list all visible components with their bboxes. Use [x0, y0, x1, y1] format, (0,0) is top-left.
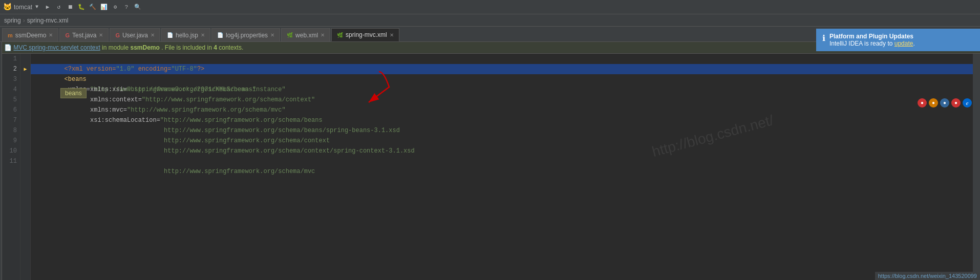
browser-icon-ie[interactable]: e [963, 98, 972, 107]
tab-close-webxml[interactable]: ✕ [321, 32, 325, 38]
ln-2: 2 [0, 64, 20, 74]
ln-3: 3 [0, 74, 20, 84]
profile-button[interactable]: 📊 [99, 2, 109, 12]
settings-button[interactable]: ⚙ [110, 2, 120, 12]
tab-hello[interactable]: 📄 hello.jsp ✕ [161, 28, 210, 41]
tab-close-user[interactable]: ✕ [151, 32, 155, 38]
stop-button[interactable]: ⏹ [65, 2, 75, 12]
breadcrumb-bar: spring › spring-mvc.xml [0, 14, 980, 27]
ln-7: 7 [0, 115, 20, 125]
help-button[interactable]: ? [121, 2, 132, 12]
gutter: ▶ [20, 54, 31, 280]
tab-label-hello: hello.jsp [176, 32, 198, 39]
gutter-11 [20, 156, 30, 166]
tab-springmvc[interactable]: 🌿 spring-mvc.xml ✕ [331, 28, 399, 41]
tab-icon-log4j: 📄 [217, 32, 223, 38]
rerun-button[interactable]: ↺ [54, 2, 64, 12]
browser-icon-red2[interactable]: ● [951, 98, 961, 107]
code-line-3: xmlns:xsi="http://www.w3.org/2001/XMLSch… [31, 74, 973, 84]
context-text: in module [102, 44, 130, 51]
ln-8: 8 [0, 125, 20, 136]
ln-1: 1 [0, 54, 20, 64]
tab-label-test: Test.java [72, 32, 96, 39]
context-suffix: . File is included in [161, 44, 214, 51]
gutter-5 [20, 95, 30, 105]
notification-suffix: . [913, 40, 914, 47]
left-sidebar-indicator [0, 42, 2, 280]
gutter-8 [20, 125, 30, 136]
code-line-1: <?xml version="1.0" encoding="UTF-8"?> [31, 54, 973, 64]
tab-icon: m [8, 32, 13, 38]
xml-decl: <?xml version="1.0" encoding="UTF-8"?> [65, 66, 205, 73]
ln-11: 11 [0, 156, 20, 166]
toolbar-actions: ▶ ↺ ⏹ 🐛 🔨 📊 ⚙ ? 🔍 [42, 2, 143, 12]
gutter-10 [20, 146, 30, 156]
empty-line [65, 158, 68, 165]
tab-webxml[interactable]: 🌿 web.xml ✕ [281, 28, 330, 41]
ln-5: 5 [0, 95, 20, 105]
tab-label: ssmDeemo [15, 32, 47, 39]
tab-label-log4j: log4j.properties [226, 32, 268, 39]
tag-open: <beans [65, 76, 87, 83]
notification-body: IntelliJ IDEA is ready to [829, 40, 892, 47]
tab-label-user: User.java [122, 32, 148, 39]
tab-icon-test: G [65, 32, 70, 38]
browser-icon-red[interactable]: ● [918, 98, 927, 107]
dropdown-arrow[interactable]: ▼ [35, 4, 38, 10]
tab-icon-user: G [115, 32, 120, 38]
notification-content: Platform and Plugin Updates IntelliJ IDE… [829, 33, 915, 47]
context-module: ssmDemo [130, 44, 159, 51]
project-title: tomcat [14, 4, 32, 11]
tab-close-springmvc[interactable]: ✕ [390, 32, 394, 38]
line-numbers: 1 2 3 4 5 6 7 8 9 10 11 [0, 54, 20, 280]
url-bar: https://blog.csdn.net/weixin_143520099 [875, 272, 980, 280]
scrollbar[interactable] [973, 54, 980, 280]
gutter-1 [20, 54, 30, 64]
tab-close-ssmDeemo[interactable]: ✕ [49, 32, 53, 38]
gutter-6 [20, 105, 30, 115]
tab-icon-webxml: 🌿 [287, 32, 293, 38]
tab-label-springmvc: spring-mvc.xml [346, 31, 387, 38]
run-button[interactable]: ▶ [42, 2, 53, 12]
breadcrumb-spring[interactable]: spring [4, 17, 21, 24]
tab-ssmDeemo[interactable]: m ssmDeemo ✕ [2, 28, 58, 41]
ln-4: 4 [0, 84, 20, 95]
beans-tag: beans [60, 88, 87, 98]
notification-title: Platform and Plugin Updates [829, 33, 913, 40]
tab-close-hello[interactable]: ✕ [201, 32, 205, 38]
tab-icon-hello: 📄 [167, 32, 173, 38]
browser-icon-blue[interactable]: ● [940, 98, 949, 107]
build-button[interactable]: 🔨 [88, 2, 98, 12]
toolbar: 🐱 tomcat ▼ ▶ ↺ ⏹ 🐛 🔨 📊 ⚙ ? 🔍 [0, 0, 980, 14]
context-suffix2: contexts. [219, 44, 243, 51]
context-icon: 📄 [4, 44, 13, 51]
tab-log4j[interactable]: 📄 log4j.properties ✕ [211, 28, 280, 41]
gutter-3 [20, 74, 30, 84]
notification-icon: ℹ [822, 33, 825, 43]
debug-button[interactable]: 🐛 [76, 2, 87, 12]
breadcrumb-file[interactable]: spring-mvc.xml [27, 17, 69, 24]
tab-label-webxml: web.xml [295, 32, 318, 39]
code-wrapper: beans 📄 MVC spring-mvc servlet context i… [0, 42, 980, 280]
tab-close-log4j[interactable]: ✕ [270, 32, 274, 38]
ln-6: 6 [0, 105, 20, 115]
browser-icon-orange[interactable]: ● [929, 98, 938, 107]
search-button[interactable]: 🔍 [133, 2, 143, 12]
toolbar-icon: 🐱 [3, 3, 12, 11]
context-count: 4 [214, 44, 217, 51]
tab-test[interactable]: G Test.java ✕ [59, 28, 109, 41]
ln-10: 10 [0, 146, 20, 156]
browser-icons: ● ● ● ● e [918, 98, 972, 107]
gutter-9 [20, 136, 30, 146]
code-line-11: http://www.springframework.org/schema/mv… [31, 156, 973, 166]
context-link[interactable]: MVC spring-mvc servlet context [13, 44, 100, 51]
ln-9: 9 [0, 136, 20, 146]
notification-panel: ℹ Platform and Plugin Updates IntelliJ I… [816, 29, 980, 51]
tab-close-test[interactable]: ✕ [99, 32, 103, 38]
gutter-4 [20, 84, 30, 95]
tab-user[interactable]: G User.java ✕ [110, 28, 160, 41]
notification-link[interactable]: update [894, 40, 913, 47]
code-content[interactable]: <?xml version="1.0" encoding="UTF-8"?> <… [31, 54, 973, 280]
gutter-7 [20, 115, 30, 125]
tab-icon-springmvc: 🌿 [337, 32, 343, 38]
